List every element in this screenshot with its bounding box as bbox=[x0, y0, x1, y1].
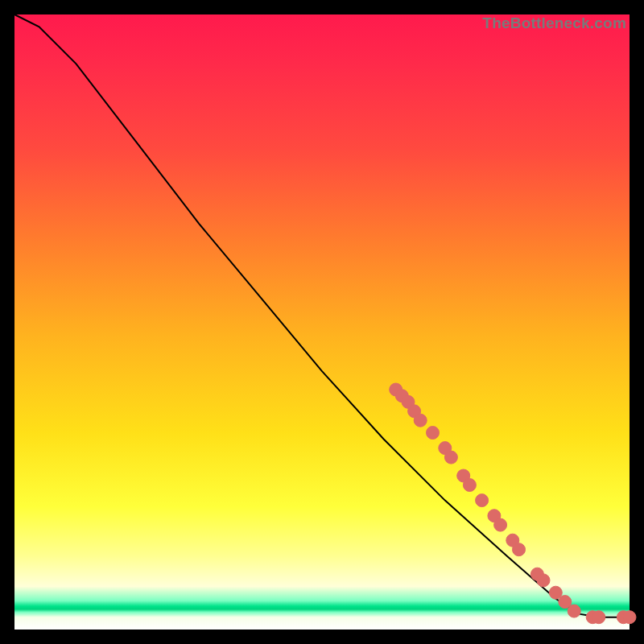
chart-marker bbox=[463, 479, 476, 492]
chart-stage: TheBottleneck.com bbox=[0, 0, 644, 644]
chart-marker bbox=[568, 605, 580, 617]
chart-curve bbox=[14, 14, 630, 617]
chart-marker bbox=[592, 611, 605, 624]
chart-marker bbox=[444, 451, 457, 464]
chart-marker bbox=[513, 543, 526, 556]
chart-marker bbox=[414, 414, 427, 427]
chart-marker bbox=[427, 427, 440, 440]
chart-marker bbox=[623, 611, 636, 624]
chart-marker bbox=[537, 574, 550, 587]
chart-marker bbox=[494, 518, 507, 531]
chart-marker-group bbox=[390, 383, 636, 624]
chart-overlay-svg bbox=[14, 14, 630, 630]
chart-marker bbox=[476, 494, 489, 507]
chart-plot-area: TheBottleneck.com bbox=[14, 14, 630, 630]
